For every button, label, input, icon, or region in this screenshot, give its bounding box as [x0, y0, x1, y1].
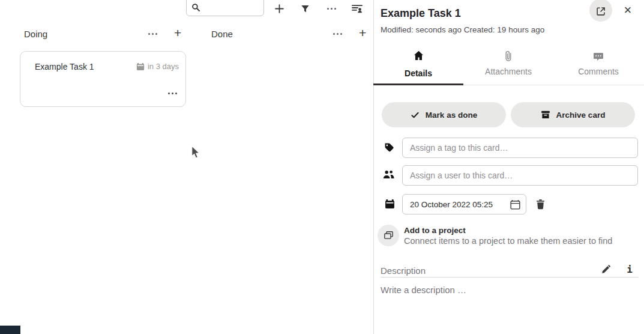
project-windows-icon	[384, 231, 394, 241]
mouse-cursor	[191, 145, 200, 160]
filter-icon	[301, 4, 310, 13]
calendar-picker-icon[interactable]	[510, 199, 521, 210]
add-card-button[interactable]	[271, 0, 287, 17]
column-doing-menu-button[interactable]	[144, 25, 161, 42]
add-to-project-title[interactable]: Add to a project	[404, 226, 466, 235]
card-detail-meta: Modified: seconds ago Created: 19 hours …	[381, 25, 544, 34]
trash-icon	[535, 199, 546, 210]
description-placeholder[interactable]: Write a description …	[381, 285, 466, 295]
app-window: Doing + Done + Example Task 1 in 3 days …	[0, 0, 644, 334]
sort-tasks-icon	[352, 4, 363, 13]
more-options-icon	[333, 33, 342, 35]
column-done-menu-button[interactable]	[329, 25, 346, 42]
mark-as-done-button[interactable]: Mark as done	[382, 102, 506, 127]
desktop-corner	[0, 326, 20, 334]
info-icon: i	[627, 264, 633, 275]
board-menu-button[interactable]	[323, 0, 340, 17]
due-date-value: 20 October 2022 05:25	[410, 200, 493, 209]
tab-comments[interactable]: Comments	[553, 50, 643, 78]
add-to-project-subtitle: Connect items to a project to make them …	[404, 236, 612, 246]
active-tab-underline	[373, 84, 463, 85]
pencil-icon	[601, 264, 611, 274]
tab-attachments[interactable]: Attachments	[463, 50, 553, 78]
close-panel-button[interactable]: ×	[619, 2, 636, 19]
tab-label: Comments	[553, 67, 643, 76]
description-label: Description	[381, 266, 426, 276]
card-due-date: in 3 days	[136, 62, 179, 71]
card-detail-title: Example Task 1	[381, 7, 461, 20]
add-icon	[274, 4, 284, 14]
edit-description-button[interactable]	[598, 261, 615, 278]
filter-button[interactable]	[296, 0, 313, 17]
add-to-project-button[interactable]	[378, 225, 399, 246]
search-input[interactable]	[186, 0, 264, 16]
assign-user-input[interactable]	[402, 165, 638, 186]
column-done-add-button[interactable]: +	[359, 26, 366, 39]
calendar-icon	[136, 62, 145, 71]
open-external-icon	[596, 6, 606, 16]
users-icon	[383, 170, 394, 179]
close-icon: ×	[624, 4, 632, 17]
delete-due-date-button[interactable]	[532, 196, 549, 213]
search-icon	[191, 3, 200, 12]
check-icon	[411, 111, 420, 120]
more-options-icon	[327, 8, 336, 10]
more-options-icon	[148, 33, 157, 35]
tab-label: Attachments	[463, 67, 553, 76]
calendar-icon	[385, 199, 395, 209]
tab-label: Details	[373, 68, 463, 78]
open-external-button[interactable]	[589, 0, 612, 22]
archive-icon	[541, 110, 550, 120]
home-icon	[373, 50, 463, 64]
card-menu-button[interactable]	[164, 85, 181, 102]
column-doing-add-button[interactable]: +	[174, 26, 181, 39]
sort-tasks-button[interactable]	[349, 0, 366, 17]
task-card[interactable]: Example Task 1 in 3 days	[20, 51, 186, 107]
more-options-icon	[168, 93, 177, 94]
archive-card-button[interactable]: Archive card	[511, 102, 635, 127]
comment-icon	[553, 50, 643, 64]
due-date-field[interactable]: 20 October 2022 05:25	[402, 194, 526, 214]
detail-tabs: Details Attachments Comments	[373, 50, 644, 78]
description-info-button[interactable]: i	[621, 261, 638, 278]
card-title: Example Task 1	[35, 62, 94, 71]
tab-details[interactable]: Details	[373, 50, 463, 78]
tab-baseline	[463, 85, 644, 85]
column-title-done: Done	[211, 29, 233, 39]
description-divider	[381, 277, 639, 278]
tag-icon	[384, 142, 394, 153]
column-title-doing: Doing	[24, 29, 47, 39]
paperclip-icon	[463, 50, 553, 64]
assign-tag-input[interactable]	[402, 138, 638, 158]
